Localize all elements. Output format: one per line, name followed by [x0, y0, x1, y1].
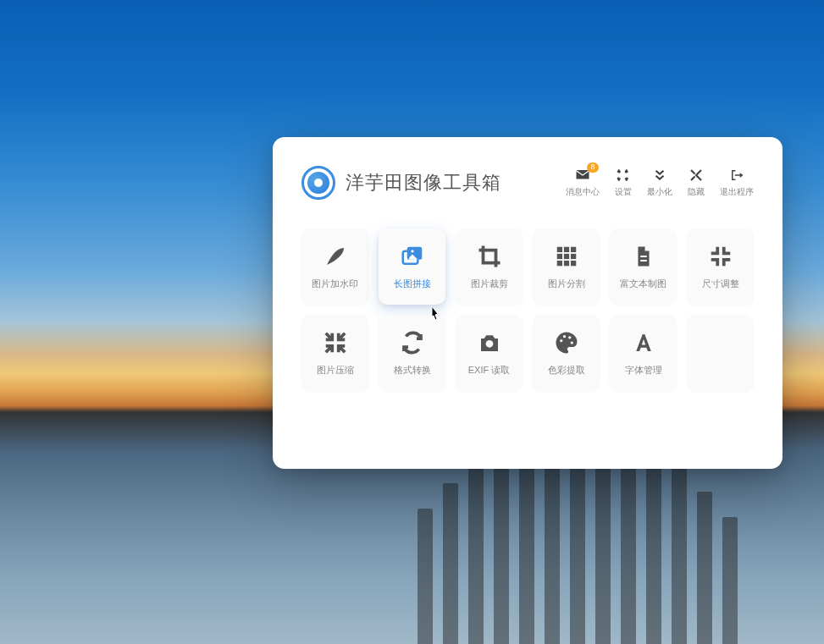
- exit-icon: [729, 168, 744, 183]
- font-icon: [631, 330, 656, 355]
- svg-point-2: [411, 250, 413, 252]
- svg-point-15: [568, 336, 571, 339]
- tile-split[interactable]: 图片分割: [533, 228, 600, 305]
- crop-icon: [477, 244, 502, 269]
- svg-rect-10: [563, 261, 568, 266]
- desktop-wallpaper: 洋芋田图像工具箱 8 消息中心 设置: [0, 0, 824, 644]
- toolbar-hide[interactable]: 隐藏: [684, 168, 708, 198]
- toolbar-minimize[interactable]: 最小化: [647, 168, 672, 198]
- svg-rect-9: [556, 261, 561, 266]
- app-window: 洋芋田图像工具箱 8 消息中心 设置: [273, 137, 783, 469]
- sync-icon: [400, 330, 425, 355]
- tile-label: 尺寸调整: [702, 278, 739, 290]
- svg-point-13: [560, 339, 562, 341]
- tile-label: 字体管理: [625, 364, 662, 377]
- tile-label: 长图拼接: [394, 278, 431, 290]
- notification-badge: 8: [587, 162, 599, 173]
- svg-rect-8: [571, 253, 576, 258]
- svg-rect-3: [556, 246, 561, 251]
- feather-icon: [323, 244, 348, 269]
- tile-resize[interactable]: 尺寸调整: [687, 228, 754, 305]
- tile-label: 色彩提取: [548, 364, 585, 377]
- toolbar-settings[interactable]: 设置: [611, 168, 635, 198]
- svg-rect-4: [563, 246, 568, 251]
- svg-rect-5: [571, 246, 576, 251]
- toolbar-label: 消息中心: [566, 186, 600, 198]
- toolbar-messages[interactable]: 8 消息中心: [566, 168, 600, 198]
- tile-long-image-stitch[interactable]: 长图拼接: [379, 228, 445, 305]
- tile-label: EXIF 读取: [468, 364, 511, 377]
- tile-label: 图片裁剪: [471, 278, 508, 290]
- svg-rect-7: [563, 253, 568, 258]
- svg-rect-6: [556, 253, 561, 258]
- toolbar: 8 消息中心 设置 最小化: [566, 168, 754, 198]
- svg-point-12: [485, 339, 493, 347]
- tile-label: 格式转换: [394, 364, 431, 377]
- palette-icon: [554, 330, 579, 355]
- toolbar-exit[interactable]: 退出程序: [720, 168, 754, 198]
- tile-convert[interactable]: 格式转换: [379, 315, 445, 391]
- file-icon: [631, 244, 656, 269]
- compress-icon: [708, 244, 733, 269]
- app-title: 洋芋田图像工具箱: [346, 170, 501, 195]
- tile-compress[interactable]: 图片压缩: [301, 315, 368, 391]
- toolbar-label: 退出程序: [720, 186, 754, 198]
- images-icon: [400, 244, 425, 269]
- tile-label: 图片压缩: [317, 364, 354, 377]
- svg-rect-11: [571, 261, 576, 266]
- tools-grid: 图片加水印 长图拼接 图片裁剪 图片分割: [301, 228, 754, 391]
- toolbar-label: 隐藏: [688, 186, 705, 198]
- tile-exif[interactable]: EXIF 读取: [456, 315, 523, 391]
- tile-watermark[interactable]: 图片加水印: [301, 228, 368, 305]
- tile-color-pick[interactable]: 色彩提取: [533, 315, 600, 391]
- toolbar-label: 设置: [615, 186, 632, 198]
- camera-icon: [477, 330, 502, 355]
- tile-font-manage[interactable]: 字体管理: [610, 315, 677, 391]
- tools-icon: [616, 168, 631, 183]
- app-logo-icon: [301, 166, 335, 200]
- collapse-icon: [689, 168, 704, 183]
- svg-point-14: [562, 334, 565, 337]
- title-wrap: 洋芋田图像工具箱: [301, 166, 501, 200]
- tile-label: 富文本制图: [620, 278, 666, 290]
- grid-icon: [554, 244, 579, 269]
- chevrons-down-icon: [652, 168, 667, 183]
- toolbar-label: 最小化: [647, 186, 672, 198]
- svg-point-16: [570, 341, 572, 344]
- tile-crop[interactable]: 图片裁剪: [456, 228, 523, 305]
- window-header: 洋芋田图像工具箱 8 消息中心 设置: [301, 166, 754, 200]
- tile-empty: [687, 315, 754, 391]
- tile-label: 图片分割: [548, 278, 585, 290]
- tile-label: 图片加水印: [312, 278, 358, 290]
- arrows-in-icon: [323, 330, 348, 355]
- tile-richtext[interactable]: 富文本制图: [610, 228, 677, 305]
